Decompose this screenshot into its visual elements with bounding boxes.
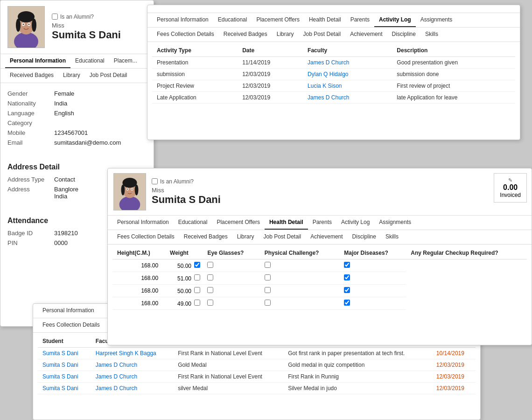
checkup-check[interactable] bbox=[344, 287, 350, 293]
table-row: Sumita S Dani James D Church silver Meda… bbox=[38, 383, 476, 394]
tab-activity-log-2[interactable]: Activity Log bbox=[374, 13, 416, 27]
value-address: BangloreIndia bbox=[54, 186, 78, 200]
cell-date: 12/03/2019 bbox=[432, 371, 476, 383]
table-row: Project Review 12/03/2019 Lucia K Sison … bbox=[152, 80, 515, 92]
tab-placement-offers-2[interactable]: Placement Offers bbox=[252, 13, 304, 27]
table-row: Late Application 12/03/2019 James D Chur… bbox=[152, 92, 515, 104]
tab-library-1[interactable]: Library bbox=[58, 69, 85, 83]
eye-glasses-check[interactable] bbox=[194, 300, 200, 306]
label-gender: Gender bbox=[7, 90, 54, 97]
svg-point-3 bbox=[18, 11, 35, 22]
tab-placement-3[interactable]: Placement Offers bbox=[212, 216, 264, 230]
tab-discipline-3[interactable]: Discipline bbox=[348, 230, 381, 244]
tab-skills-2[interactable]: Skills bbox=[420, 28, 443, 42]
tab-personal-3[interactable]: Personal Information bbox=[112, 216, 174, 230]
avatar bbox=[7, 6, 45, 48]
tab-activity-3[interactable]: Activity Log bbox=[336, 216, 374, 230]
alumni-checkbox[interactable] bbox=[52, 14, 58, 20]
th-checkup: Any Regular Checkup Required? bbox=[406, 247, 527, 259]
tab-assignments-3[interactable]: Assignments bbox=[374, 216, 416, 230]
tab-job-3[interactable]: Job Post Detail bbox=[259, 230, 306, 244]
tab-library-2[interactable]: Library bbox=[272, 28, 299, 42]
tab-educational-1[interactable]: Educational bbox=[70, 54, 109, 68]
tab-educational-2[interactable]: Educational bbox=[213, 13, 252, 27]
health-table: Height(C.M.) Weight Eye Glasses? Physica… bbox=[112, 247, 527, 310]
major-check[interactable] bbox=[265, 262, 271, 268]
checkup-check[interactable] bbox=[344, 274, 350, 280]
card1-tabs-row1: Personal Information Educational Placem.… bbox=[0, 54, 154, 69]
cell-activity-type: Late Application bbox=[152, 92, 238, 104]
cell-physical bbox=[203, 297, 259, 310]
tab-parents-2[interactable]: Parents bbox=[346, 13, 374, 27]
tab-fees-2[interactable]: Fees Collection Details bbox=[152, 28, 219, 42]
tab-received-badges-1[interactable]: Received Badges bbox=[5, 69, 58, 83]
physical-check[interactable] bbox=[207, 287, 213, 293]
health-table-container: Height(C.M.) Weight Eye Glasses? Physica… bbox=[108, 245, 532, 312]
tab-personal-info-1[interactable]: Personal Information bbox=[5, 54, 70, 68]
tab-health-3[interactable]: Health Detail bbox=[265, 216, 308, 230]
svg-point-14 bbox=[121, 184, 125, 195]
card2-tabs-row1: Personal Information Educational Placeme… bbox=[147, 13, 520, 28]
svg-point-15 bbox=[135, 184, 139, 195]
tab-personal-4[interactable]: Personal Information bbox=[38, 304, 99, 318]
cell-faculty: James D Church bbox=[91, 371, 173, 383]
value-pin: 0000 bbox=[54, 239, 68, 246]
invoiced-badge[interactable]: ✎ 0.00 Invoiced bbox=[494, 173, 527, 203]
eye-glasses-check[interactable] bbox=[194, 274, 200, 280]
card3-header: Is an Alumni? Miss Sumita S Dani ✎ 0.00 … bbox=[108, 168, 532, 216]
field-email: Email sumitasdani@demo.com bbox=[7, 139, 147, 146]
checkup-check[interactable] bbox=[344, 300, 350, 306]
major-check[interactable] bbox=[265, 287, 271, 293]
cell-activity-type: submission bbox=[152, 69, 238, 80]
tab-skills-3[interactable]: Skills bbox=[381, 230, 403, 244]
tab-library-3[interactable]: Library bbox=[232, 230, 259, 244]
th-weight: Weight bbox=[165, 247, 203, 259]
eye-glasses-check[interactable] bbox=[194, 287, 200, 293]
tab-parents-3[interactable]: Parents bbox=[308, 216, 336, 230]
cell-student: Sumita S Dani bbox=[38, 359, 91, 371]
physical-check[interactable] bbox=[207, 300, 213, 306]
tab-badges-3[interactable]: Received Badges bbox=[179, 230, 232, 244]
cell-description: late Application for leave bbox=[392, 92, 515, 104]
student-header: Is an Alumni? Miss Sumita S Dani bbox=[0, 0, 154, 54]
card3-tabs-row1: Personal Information Educational Placeme… bbox=[108, 216, 532, 230]
physical-check[interactable] bbox=[207, 274, 213, 280]
field-language: Language English bbox=[7, 110, 147, 117]
eye-glasses-check[interactable] bbox=[194, 262, 200, 268]
tab-discipline-2[interactable]: Discipline bbox=[387, 28, 420, 42]
table-row: 168.00 51.00 bbox=[112, 272, 527, 285]
tab-health-detail-2[interactable]: Health Detail bbox=[304, 13, 346, 27]
cell-student: Sumita S Dani bbox=[38, 348, 91, 359]
invoiced-label: Invoiced bbox=[500, 192, 521, 198]
cell-height: 168.00 bbox=[112, 285, 165, 297]
tab-achievement-2[interactable]: Achievement bbox=[345, 28, 387, 42]
tab-fees-4[interactable]: Fees Collection Details bbox=[38, 318, 105, 332]
tab-placem-1[interactable]: Placem... bbox=[109, 54, 142, 68]
tab-fees-3[interactable]: Fees Collection Details bbox=[112, 230, 179, 244]
cell-checkup bbox=[339, 285, 406, 297]
invoiced-amount: 0.00 bbox=[500, 183, 521, 192]
th-activity-type: Activity Type bbox=[152, 44, 238, 57]
tab-educational-3[interactable]: Educational bbox=[174, 216, 212, 230]
th-eye-glasses: Eye Glasses? bbox=[203, 247, 259, 259]
cell-height: 168.00 bbox=[112, 297, 165, 310]
value-gender: Female bbox=[54, 90, 74, 97]
cell-description: Got first rank in paper presentation at … bbox=[283, 348, 432, 359]
major-check[interactable] bbox=[265, 300, 271, 306]
cell-description: submission done bbox=[392, 69, 515, 80]
tab-badges-2[interactable]: Received Badges bbox=[219, 28, 272, 42]
svg-point-13 bbox=[122, 178, 137, 188]
cell-faculty: James D Church bbox=[91, 383, 173, 394]
major-check[interactable] bbox=[265, 274, 271, 280]
tab-assignments-2[interactable]: Assignments bbox=[416, 13, 457, 27]
checkup-check[interactable] bbox=[344, 262, 350, 268]
tab-job-2[interactable]: Job Post Detail bbox=[298, 28, 345, 42]
tab-achievement-3[interactable]: Achievement bbox=[306, 230, 347, 244]
cell-major bbox=[260, 272, 340, 285]
cell-physical bbox=[203, 259, 259, 272]
physical-check[interactable] bbox=[207, 262, 213, 268]
student-name-3: Sumita S Dani bbox=[152, 194, 221, 206]
alumni-checkbox-3[interactable] bbox=[152, 178, 158, 184]
tab-job-post-1[interactable]: Job Post Detail bbox=[85, 69, 132, 83]
tab-personal-info-2[interactable]: Personal Information bbox=[152, 13, 213, 27]
